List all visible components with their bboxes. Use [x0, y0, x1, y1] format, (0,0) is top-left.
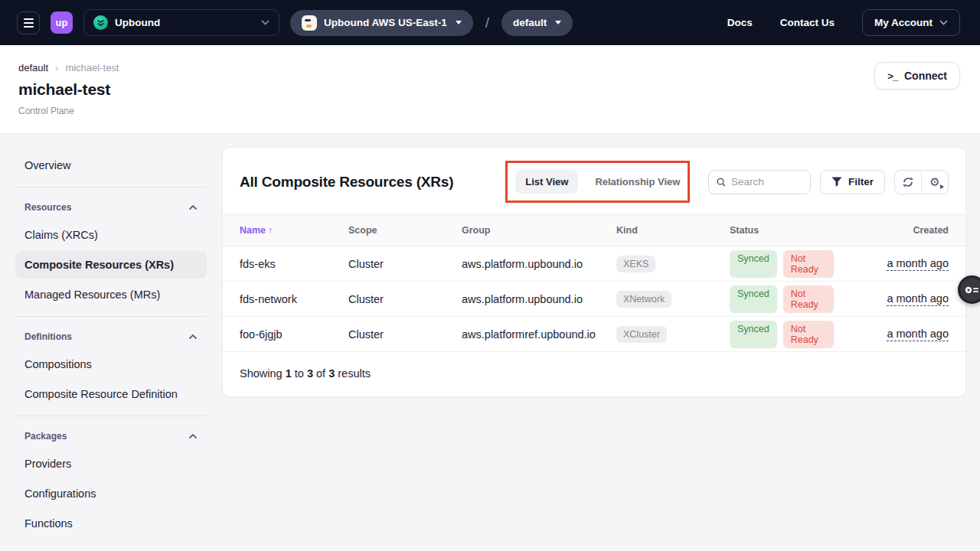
column-header-kind[interactable]: Kind [616, 225, 730, 236]
filter-button[interactable]: Filter [820, 170, 885, 194]
created-timestamp[interactable]: a month ago [887, 328, 949, 341]
table-row[interactable]: foo-6jgjb Cluster aws.platformref.upboun… [223, 317, 965, 352]
chevron-down-icon [261, 20, 270, 25]
cell-name[interactable]: foo-6jgjb [240, 328, 348, 341]
sidebar-item-functions[interactable]: Functions [15, 510, 207, 537]
section-label: Definitions [24, 331, 72, 342]
caret-down-icon [555, 21, 561, 24]
results-from: 1 [286, 367, 292, 380]
sidebar-item-managed-resources[interactable]: Managed Resources (MRs) [15, 281, 207, 308]
results-to: 3 [307, 367, 313, 380]
status-badge-synced: Synced [730, 250, 777, 278]
created-timestamp[interactable]: a month ago [887, 257, 949, 271]
hamburger-menu-button[interactable] [17, 11, 40, 34]
search-input[interactable] [731, 176, 802, 187]
docs-link[interactable]: Docs [727, 17, 753, 28]
kind-badge: XEKS [616, 256, 655, 272]
cell-scope: Cluster [348, 258, 462, 270]
page-header: default › michael-test michael-test Cont… [0, 45, 980, 134]
upbound-org-icon [93, 15, 108, 30]
divider [15, 416, 207, 416]
connect-label: Connect [904, 70, 947, 82]
sidebar-item-composite-resources[interactable]: Composite Resources (XRs) [15, 251, 207, 279]
sidebar: Overview Resources Claims (XRCs) Composi… [15, 147, 207, 540]
status-badge-synced: Synced [730, 285, 777, 313]
section-label: Packages [24, 431, 67, 442]
cell-name[interactable]: fds-eks [240, 258, 348, 270]
list-view-tab[interactable]: List View [515, 170, 578, 194]
sidebar-section-definitions[interactable]: Definitions [15, 324, 207, 348]
results-summary: Showing 1 to 3 of 3 results [223, 352, 965, 396]
column-header-created[interactable]: Created [834, 225, 949, 236]
connect-button[interactable]: >_ Connect [874, 62, 960, 90]
search-field[interactable] [708, 170, 811, 194]
column-header-group[interactable]: Group [462, 225, 616, 236]
contact-us-link[interactable]: Contact Us [780, 17, 835, 28]
hamburger-icon [24, 18, 34, 20]
section-label: Resources [24, 202, 71, 213]
sidebar-item-compositions[interactable]: Compositions [15, 350, 207, 378]
filter-label: Filter [848, 176, 874, 187]
caret-down-icon [456, 21, 462, 24]
floating-widget-button[interactable] [958, 276, 980, 304]
control-plane-select[interactable]: Upbound AWS US-East-1 [290, 10, 473, 36]
status-badge-not-ready: Not Ready [783, 250, 834, 278]
chevron-down-icon [939, 20, 948, 25]
terminal-icon: >_ [887, 70, 897, 82]
search-icon [717, 177, 726, 187]
recorder-list-icon [965, 285, 979, 295]
my-account-label: My Account [874, 17, 933, 28]
panel-title: All Composite Resources (XRs) [240, 174, 453, 191]
sidebar-item-xrd[interactable]: Composite Resource Definition [15, 380, 207, 408]
red-annotation-rectangle: List View Relationship View [505, 161, 690, 203]
breadcrumb-default[interactable]: default [18, 62, 48, 73]
column-header-name[interactable]: Name↑ [240, 225, 348, 236]
cell-scope: Cluster [348, 328, 462, 341]
control-plane-icon [302, 15, 317, 31]
group-select[interactable]: default [501, 10, 573, 36]
composite-resources-table: Name↑ Scope Group Kind Status Created fd… [223, 214, 965, 396]
auto-refresh-settings-button[interactable]: ⚙ [922, 171, 948, 194]
status-badge-not-ready: Not Ready [783, 285, 834, 313]
view-toggle: List View Relationship View [515, 170, 680, 194]
sidebar-item-providers[interactable]: Providers [15, 450, 207, 478]
chevron-up-icon [188, 433, 198, 439]
refresh-button[interactable] [895, 171, 921, 194]
divider [15, 316, 207, 317]
column-header-status[interactable]: Status [730, 225, 834, 236]
cell-group: aws.platform.upbound.io [462, 293, 616, 305]
sidebar-item-overview[interactable]: Overview [15, 152, 207, 179]
cell-group: aws.platformref.upbound.io [462, 328, 616, 341]
control-plane-select-value: Upbound AWS US-East-1 [324, 17, 447, 28]
composite-resources-panel: All Composite Resources (XRs) List View … [222, 147, 966, 397]
cell-scope: Cluster [348, 293, 462, 305]
results-total: 3 [328, 367, 335, 380]
upbound-logo[interactable]: up [51, 11, 73, 34]
sidebar-section-resources[interactable]: Resources [15, 195, 207, 219]
breadcrumb-current: michael-test [65, 62, 119, 73]
breadcrumb: default › michael-test [18, 62, 119, 73]
gear-play-icon: ⚙ [929, 176, 939, 187]
sidebar-section-packages[interactable]: Packages [15, 424, 207, 448]
sidebar-item-claims[interactable]: Claims (XRCs) [15, 221, 207, 249]
table-actions-group: ⚙ [894, 170, 949, 194]
sort-ascending-icon: ↑ [268, 225, 273, 236]
my-account-button[interactable]: My Account [862, 9, 960, 36]
group-select-value: default [513, 17, 547, 28]
sidebar-item-configurations[interactable]: Configurations [15, 480, 207, 507]
status-badge-synced: Synced [730, 321, 777, 348]
table-row[interactable]: fds-eks Cluster aws.platform.upbound.io … [223, 246, 965, 282]
cell-name[interactable]: fds-network [240, 293, 348, 305]
divider [15, 187, 207, 187]
organization-select[interactable]: Upbound [83, 9, 279, 36]
column-header-scope[interactable]: Scope [348, 225, 462, 236]
cell-group: aws.platform.upbound.io [462, 258, 616, 270]
page-subtitle: Control Plane [18, 106, 119, 116]
created-timestamp[interactable]: a month ago [887, 292, 949, 306]
kind-badge: XCluster [616, 326, 667, 343]
table-row[interactable]: fds-network Cluster aws.platform.upbound… [223, 282, 965, 317]
status-badge-not-ready: Not Ready [783, 321, 834, 348]
page-title: michael-test [18, 80, 119, 99]
relationship-view-tab[interactable]: Relationship View [595, 176, 680, 187]
path-separator: / [484, 15, 491, 31]
